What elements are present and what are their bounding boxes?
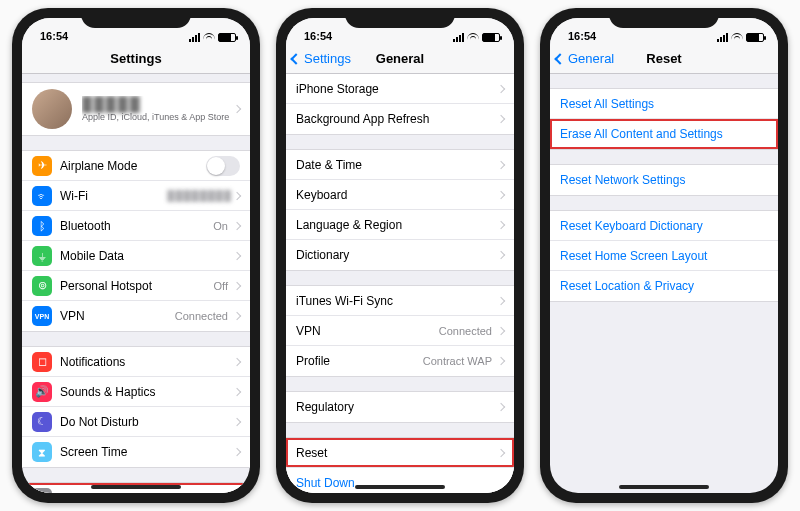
back-button[interactable]: Settings	[292, 51, 351, 66]
notch	[609, 8, 719, 28]
row-reset-location-privacy[interactable]: Reset Location & Privacy	[550, 271, 778, 301]
navbar: Settings	[22, 44, 250, 74]
row-dictionary[interactable]: Dictionary	[286, 240, 514, 270]
row-label: Mobile Data	[60, 249, 232, 263]
row-wi-fi[interactable]: ᯤWi-Fi████████	[22, 181, 250, 211]
row-date-time[interactable]: Date & Time	[286, 150, 514, 180]
page-title: Settings	[110, 51, 161, 66]
status-time: 16:54	[304, 30, 332, 42]
notch	[81, 8, 191, 28]
chevron-right-icon	[497, 326, 505, 334]
row-value: Contract WAP	[423, 355, 492, 367]
phone-settings: 16:54 Settings █████ Apple ID, iCloud,	[12, 8, 260, 503]
hotspot-icon: ⊚	[32, 276, 52, 296]
chevron-left-icon	[290, 53, 301, 64]
chevron-right-icon	[497, 84, 505, 92]
row-do-not-disturb[interactable]: ☾Do Not Disturb	[22, 407, 250, 437]
vpn-icon: VPN	[32, 306, 52, 326]
chevron-right-icon	[233, 312, 241, 320]
row-label: Background App Refresh	[296, 112, 496, 126]
row-label: Language & Region	[296, 218, 496, 232]
cellular-icon: ⏚	[32, 246, 52, 266]
row-label: Profile	[296, 354, 423, 368]
row-mobile-data[interactable]: ⏚Mobile Data	[22, 241, 250, 271]
home-indicator[interactable]	[619, 485, 709, 489]
row-label: VPN	[60, 309, 175, 323]
row-bluetooth[interactable]: ᛒBluetoothOn	[22, 211, 250, 241]
profile-subtitle: Apple ID, iCloud, iTunes & App Store	[82, 112, 232, 122]
row-personal-hotspot[interactable]: ⊚Personal HotspotOff	[22, 271, 250, 301]
row-reset-home-screen-layout[interactable]: Reset Home Screen Layout	[550, 241, 778, 271]
battery-icon	[218, 33, 236, 42]
row-label: Sounds & Haptics	[60, 385, 232, 399]
row-label: iTunes Wi-Fi Sync	[296, 294, 496, 308]
chevron-right-icon	[233, 417, 241, 425]
status-time: 16:54	[40, 30, 68, 42]
row-label: Reset Home Screen Layout	[560, 249, 768, 263]
row-label: Erase All Content and Settings	[560, 127, 768, 141]
gear-icon: ⚙	[32, 488, 52, 494]
row-reset-all-settings[interactable]: Reset All Settings	[550, 89, 778, 119]
row-label: Keyboard	[296, 188, 496, 202]
row-shut-down[interactable]: Shut Down	[286, 468, 514, 493]
page-title: Reset	[646, 51, 681, 66]
signal-icon	[189, 33, 200, 42]
row-vpn[interactable]: VPNConnected	[286, 316, 514, 346]
row-sounds-haptics[interactable]: 🔊Sounds & Haptics	[22, 377, 250, 407]
row-background-app-refresh[interactable]: Background App Refresh	[286, 104, 514, 134]
chevron-right-icon	[233, 105, 241, 113]
moon-icon: ☾	[32, 412, 52, 432]
row-regulatory[interactable]: Regulatory	[286, 392, 514, 422]
row-profile[interactable]: ProfileContract WAP	[286, 346, 514, 376]
row-airplane-mode[interactable]: ✈Airplane Mode	[22, 151, 250, 181]
row-itunes-wi-fi-sync[interactable]: iTunes Wi-Fi Sync	[286, 286, 514, 316]
row-language-region[interactable]: Language & Region	[286, 210, 514, 240]
row-label: Personal Hotspot	[60, 279, 214, 293]
apple-id-row[interactable]: █████ Apple ID, iCloud, iTunes & App Sto…	[22, 83, 250, 135]
chevron-right-icon	[233, 221, 241, 229]
chevron-right-icon	[233, 191, 241, 199]
row-reset[interactable]: Reset	[286, 438, 514, 468]
row-reset-network-settings[interactable]: Reset Network Settings	[550, 165, 778, 195]
signal-icon	[453, 33, 464, 42]
row-erase-all-content-and-settings[interactable]: Erase All Content and Settings	[550, 119, 778, 149]
chevron-right-icon	[233, 387, 241, 395]
wifi-status-icon	[203, 33, 215, 42]
row-notifications[interactable]: ◻Notifications	[22, 347, 250, 377]
chevron-right-icon	[233, 251, 241, 259]
chevron-left-icon	[554, 53, 565, 64]
row-keyboard[interactable]: Keyboard	[286, 180, 514, 210]
bluetooth-icon: ᛒ	[32, 216, 52, 236]
row-label: Reset All Settings	[560, 97, 768, 111]
row-screen-time[interactable]: ⧗Screen Time	[22, 437, 250, 467]
row-label: Reset Network Settings	[560, 173, 768, 187]
toggle[interactable]	[206, 156, 240, 176]
row-label: Date & Time	[296, 158, 496, 172]
battery-icon	[746, 33, 764, 42]
home-indicator[interactable]	[91, 485, 181, 489]
reset-list[interactable]: Reset All SettingsErase All Content and …	[550, 74, 778, 493]
general-list[interactable]: iPhone StorageBackground App Refresh Dat…	[286, 74, 514, 493]
chevron-right-icon	[497, 160, 505, 168]
phone-general: 16:54 Settings General iPhone StorageBac…	[276, 8, 524, 503]
row-reset-keyboard-dictionary[interactable]: Reset Keyboard Dictionary	[550, 211, 778, 241]
row-label: VPN	[296, 324, 439, 338]
row-iphone-storage[interactable]: iPhone Storage	[286, 74, 514, 104]
settings-list[interactable]: █████ Apple ID, iCloud, iTunes & App Sto…	[22, 74, 250, 493]
row-label: Wi-Fi	[60, 189, 167, 203]
row-label: General	[60, 491, 232, 494]
back-label: General	[568, 51, 614, 66]
row-label: Dictionary	[296, 248, 496, 262]
chevron-right-icon	[497, 403, 505, 411]
sound-icon: 🔊	[32, 382, 52, 402]
chevron-right-icon	[497, 448, 505, 456]
row-label: Airplane Mode	[60, 159, 206, 173]
back-button[interactable]: General	[556, 51, 614, 66]
home-indicator[interactable]	[355, 485, 445, 489]
status-time: 16:54	[568, 30, 596, 42]
row-value: On	[213, 220, 228, 232]
navbar: Settings General	[286, 44, 514, 74]
battery-icon	[482, 33, 500, 42]
row-vpn[interactable]: VPNVPNConnected	[22, 301, 250, 331]
row-label: Do Not Disturb	[60, 415, 232, 429]
